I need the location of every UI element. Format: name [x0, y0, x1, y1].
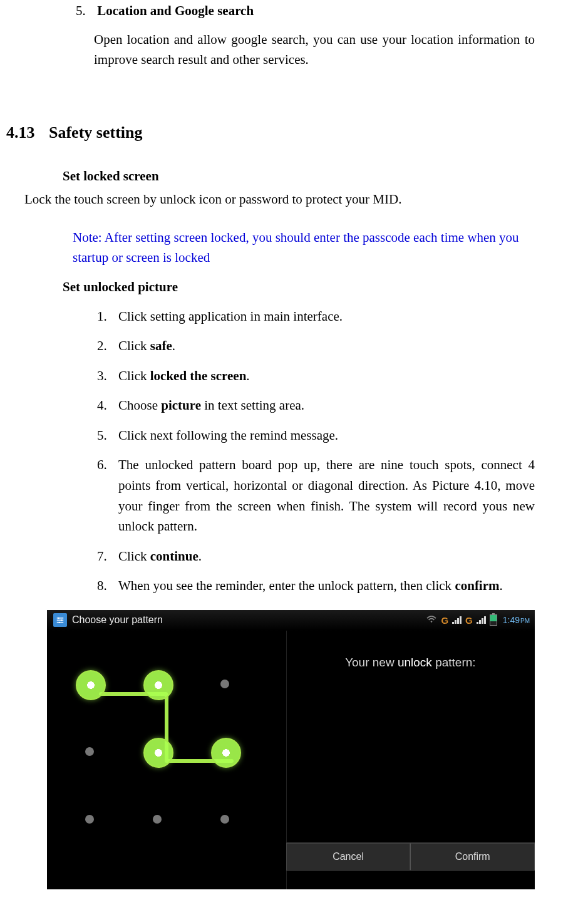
- network-g2: G: [465, 615, 473, 626]
- settings-icon: [53, 613, 67, 627]
- battery-icon: [490, 614, 497, 626]
- svg-point-3: [58, 618, 59, 619]
- statusbar-title: Choose your pattern: [72, 614, 163, 626]
- page-number: 44: [0, 876, 588, 891]
- signal-icon-2: [477, 616, 486, 624]
- subheading-set-unlocked: Set unlocked picture: [63, 279, 535, 295]
- signal-icon-1: [452, 616, 462, 624]
- pattern-dot[interactable]: [220, 815, 229, 824]
- screenshot-pattern: Choose your pattern G G 1:49PM: [47, 610, 535, 889]
- pattern-dot-active[interactable]: [143, 670, 173, 700]
- status-bar: Choose your pattern G G 1:49PM: [47, 610, 535, 631]
- step-2: 2.Click safe.: [97, 336, 535, 356]
- pattern-dot-active[interactable]: [76, 670, 106, 700]
- heading-number: 4.13: [6, 123, 35, 142]
- step-4: 4.Choose picture in text setting area.: [97, 395, 535, 416]
- statusbar-right: G G 1:49PM: [426, 614, 535, 626]
- svg-point-4: [61, 619, 62, 621]
- svg-rect-1: [57, 620, 64, 621]
- confirm-button[interactable]: Confirm: [410, 843, 535, 871]
- step-8: 8.When you see the reminder, enter the u…: [97, 576, 535, 596]
- step-6: 6.The unlocked pattern board pop up, the…: [97, 455, 535, 536]
- network-g1: G: [441, 615, 448, 626]
- pattern-dot-active[interactable]: [143, 738, 173, 768]
- pattern-dot-active[interactable]: [211, 738, 241, 768]
- note-text: Note: After setting screen locked, you s…: [0, 227, 535, 268]
- pattern-dot[interactable]: [153, 815, 162, 824]
- item5-body: Open location and allow google search, y…: [47, 29, 535, 70]
- step-5: 5.Click next following the remind messag…: [97, 425, 535, 446]
- step-3: 3.Click locked the screen.: [97, 366, 535, 386]
- subheading-set-locked: Set locked screen: [63, 168, 535, 184]
- list-item-5: 5. Location and Google search: [47, 1, 535, 21]
- pattern-message: Your new unlock pattern:: [286, 656, 535, 670]
- wifi-icon: [426, 615, 437, 626]
- item5-title: Location and Google search: [97, 3, 254, 18]
- pattern-dot[interactable]: [85, 747, 94, 756]
- svg-rect-0: [57, 618, 64, 619]
- pattern-dot[interactable]: [85, 815, 94, 824]
- button-row: Cancel Confirm: [286, 842, 535, 871]
- pattern-grid[interactable]: [85, 680, 248, 842]
- svg-point-6: [431, 621, 433, 623]
- heading-4-13: 4.13 Safety setting: [6, 123, 535, 142]
- svg-point-5: [59, 622, 60, 623]
- pattern-dot[interactable]: [220, 680, 229, 688]
- pattern-pane[interactable]: [47, 631, 286, 889]
- status-time: 1:49PM: [503, 615, 530, 625]
- heading-title: Safety setting: [49, 123, 142, 142]
- step-1: 1.Click setting application in main inte…: [97, 306, 535, 327]
- step-7: 7.Click continue.: [97, 546, 535, 567]
- message-pane: Your new unlock pattern: Cancel Confirm: [286, 631, 535, 889]
- lock-description: Lock the touch screen by unlock icon or …: [24, 192, 535, 207]
- steps-list: 1.Click setting application in main inte…: [47, 306, 535, 596]
- cancel-button[interactable]: Cancel: [286, 843, 411, 871]
